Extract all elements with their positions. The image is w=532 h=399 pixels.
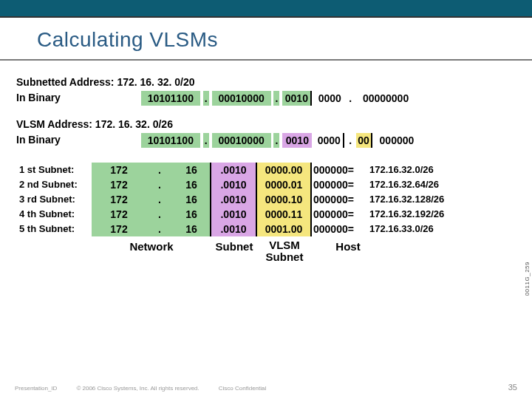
cell-result: 172.16.32.64/26 (369, 177, 517, 192)
cell-oct1: 172 (92, 163, 146, 177)
cell-dot: . (146, 163, 173, 177)
vlsm-binary-label: In Binary (16, 133, 61, 147)
bin-host6: 000000 (375, 133, 418, 148)
footer-pres-id: Presentation_ID (15, 385, 57, 392)
table-row: 5 th Subnet:172.16.00100001.00000000=172… (18, 222, 517, 236)
table-row: 1 st Subnet:172.16.00100000.00000000=172… (18, 163, 517, 177)
cell-host: 000000= (312, 192, 369, 207)
vlsm-binary-box: 10101100 . 00010000 . 0010 0000 . 00 000… (141, 133, 418, 149)
cell-dot: . (146, 207, 173, 222)
row-label: 5 th Subnet: (18, 222, 92, 236)
bin-dot: . (347, 133, 353, 148)
bin-subnet-hi4: 0010 (282, 133, 312, 148)
cell-result: 172.16.32.0/26 (369, 163, 517, 177)
bin-dot: . (273, 133, 279, 148)
cell-vlsm: 0000.00 (257, 163, 312, 177)
header-vlsm-l2: Subnet (257, 251, 312, 264)
row-label: 2 nd Subnet: (18, 177, 92, 192)
table-row: 3 rd Subnet:172.16.00100000.10000000=172… (18, 192, 517, 207)
top-bar (0, 0, 532, 18)
content-area: Subnetted Address: 172. 16. 32. 0/20 In … (0, 61, 532, 264)
vlsm-address-line: VLSM Address: 172. 16. 32. 0/26 (16, 117, 516, 132)
header-host: Host (312, 239, 369, 264)
table-row: 4 th Subnet:172.16.00100000.11000000=172… (18, 207, 517, 222)
table-row: 2 nd Subnet:172.16.00100000.01000000=172… (18, 177, 517, 192)
bin-dot: . (273, 91, 279, 106)
cell-host: 000000= (312, 163, 369, 177)
page-number: 35 (508, 383, 517, 392)
cell-vlsm: 0001.00 (257, 222, 312, 236)
bin-oct1: 10101100 (141, 91, 200, 106)
bin-hi4: 0010 (282, 91, 312, 106)
cell-subnet: .0010 (211, 177, 257, 192)
column-headers: Network Subnet VLSM Subnet Host (18, 239, 517, 264)
bin-oct4: 00000000 (356, 91, 415, 106)
bin-vlsm2: 00 (356, 133, 372, 148)
subnetted-block: Subnetted Address: 172. 16. 32. 0/20 In … (16, 75, 516, 107)
bin-oct2: 00010000 (212, 91, 271, 106)
cell-subnet: .0010 (211, 207, 257, 222)
cell-subnet: .0010 (211, 163, 257, 177)
cell-vlsm: 0000.01 (257, 177, 312, 192)
cell-oct2: 16 (173, 207, 211, 222)
cell-host: 000000= (312, 207, 369, 222)
bin-oct1: 10101100 (141, 133, 200, 148)
cell-oct1: 172 (92, 222, 146, 236)
cell-vlsm: 0000.10 (257, 192, 312, 207)
subnetted-binary-label: In Binary (16, 91, 61, 105)
cell-host: 000000= (312, 222, 369, 236)
cell-dot: . (146, 177, 173, 192)
cell-result: 172.16.32.128/26 (369, 192, 517, 207)
subnet-table: 1 st Subnet:172.16.00100000.00000000=172… (18, 163, 517, 264)
cell-oct1: 172 (92, 177, 146, 192)
cell-oct1: 172 (92, 207, 146, 222)
cell-oct2: 16 (173, 192, 211, 207)
row-label: 1 st Subnet: (18, 163, 92, 177)
cell-subnet: .0010 (211, 222, 257, 236)
cell-dot: . (146, 222, 173, 236)
cell-oct2: 16 (173, 177, 211, 192)
bin-dot: . (347, 91, 353, 106)
bin-oct2: 00010000 (212, 133, 271, 148)
cell-oct1: 172 (92, 192, 146, 207)
vlsm-value: 172. 16. 32. 0/26 (95, 118, 173, 130)
slide-title: Calculating VLSMs (37, 28, 495, 52)
vlsm-binary-line: In Binary 10101100 . 00010000 . 0010 000… (16, 133, 516, 149)
subnetted-value: 172. 16. 32. 0/20 (117, 76, 194, 88)
row-label: 3 rd Subnet: (18, 192, 92, 207)
row-label: 4 th Subnet: (18, 207, 92, 222)
footer: Presentation_ID © 2006 Cisco Systems, In… (15, 385, 517, 392)
subnetted-binary-line: In Binary 10101100 . 00010000 . 0010 000… (16, 91, 516, 107)
header-vlsm: VLSM Subnet (257, 239, 312, 264)
bin-lo4: 0000 (315, 91, 344, 106)
cell-host: 000000= (312, 177, 369, 192)
bin-dot: . (203, 91, 209, 106)
cell-oct2: 16 (173, 222, 211, 236)
cell-dot: . (146, 192, 173, 207)
footer-copyright: © 2006 Cisco Systems, Inc. All rights re… (76, 385, 199, 392)
vlsm-label: VLSM Address: (16, 117, 92, 132)
bin-dot: . (203, 133, 209, 148)
header-network: Network (92, 239, 211, 264)
vlsm-block: VLSM Address: 172. 16. 32. 0/26 In Binar… (16, 117, 516, 149)
footer-confidential: Cisco Confidential (219, 385, 266, 392)
subnetted-binary-box: 10101100 . 00010000 . 0010 0000 . 000000… (141, 91, 415, 107)
bin-lo4: 0000 (315, 133, 344, 148)
cell-vlsm: 0000.11 (257, 207, 312, 222)
subnetted-address-line: Subnetted Address: 172. 16. 32. 0/20 (16, 75, 516, 89)
cell-result: 172.16.32.192/26 (369, 207, 517, 222)
cell-oct2: 16 (173, 163, 211, 177)
header-vlsm-l1: VLSM (257, 239, 312, 252)
header-subnet: Subnet (211, 239, 257, 264)
subnetted-label: Subnetted Address: (16, 75, 115, 89)
title-area: Calculating VLSMs (0, 18, 532, 61)
slide-side-id: 0011G_259 (524, 262, 531, 296)
cell-subnet: .0010 (211, 192, 257, 207)
cell-result: 172.16.33.0/26 (369, 222, 517, 236)
